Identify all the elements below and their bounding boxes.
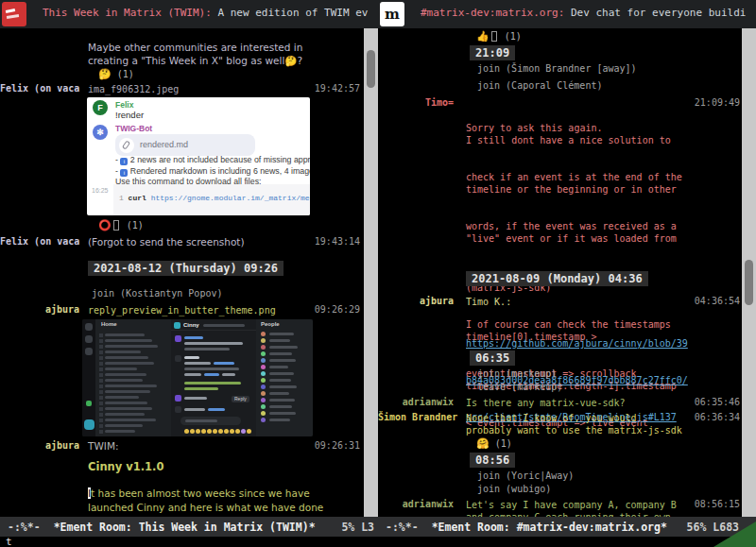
membership-event: join (markeup) [477, 368, 557, 379]
cinny-app-name: Cinny [183, 322, 199, 328]
sender-nick: ajbura [378, 296, 454, 306]
reply-tooltip: Reply [232, 396, 249, 402]
reaction-count: (1) [127, 220, 144, 231]
thumbs-up-emoji-icon: 👍 [476, 30, 490, 43]
mouse-pointer [713, 521, 756, 547]
cinny-chat-area: Cinny Reply [171, 319, 256, 436]
sender-nick: adrianwix [378, 397, 454, 407]
room-name: This Week in Matrix (TWIM): [43, 7, 212, 19]
add-icon [86, 401, 92, 406]
reaction[interactable]: ⭕ (1) [98, 219, 144, 231]
sender-nick: adrianwix [378, 499, 454, 509]
scrollbar-left[interactable] [364, 28, 378, 517]
reaction-count: (1) [505, 31, 522, 42]
time-header: 08:56 [470, 453, 515, 468]
timestamp: 21:09:49 [695, 97, 740, 108]
room-avatar-matrix-dev: m [380, 2, 404, 26]
message-text: creating a "This Week in X" blog as well… [88, 54, 302, 67]
twig-bot-avatar: ✻ [93, 125, 108, 140]
message-text: probably want to use the matrix-js-sdk [466, 424, 682, 436]
membership-event: join (wubigo) [477, 484, 551, 494]
felix-avatar: F [93, 100, 108, 115]
room-list-header: Home [101, 321, 117, 327]
window-matrix-dev: m #matrix-dev:matrix.org: Dev chat for e… [378, 0, 756, 517]
buffer-position: 5% L3 [341, 521, 374, 534]
window-twim: This Week in Matrix (TWIM): A new editio… [0, 0, 378, 517]
paperclip-icon [119, 138, 134, 153]
minibuffer[interactable]: t [0, 537, 756, 547]
modeline-left: -:%*- *Ement Room: This Week in Matrix (… [0, 517, 378, 537]
cinny-sidebar-rail [82, 319, 95, 436]
attachment-pill: rendered.md [115, 134, 255, 156]
room-title-matrix-dev: #matrix-dev:matrix.org: Dev chat for eve… [421, 7, 746, 19]
sender-nick: ajbura [0, 304, 79, 315]
hug-emoji-icon: 🤗 [476, 437, 490, 450]
reaction[interactable]: 🤗 (1) [476, 437, 512, 450]
search-icon [85, 348, 93, 355]
message-text: TWIM: [88, 439, 119, 453]
buffer-name: *Ement Room: This Week in Matrix (TWIM)* [54, 521, 316, 534]
cinny-member-list: People [256, 319, 313, 436]
file-message[interactable]: reply_preview_in_butter_theme.png [88, 304, 276, 316]
membership-event: join (Kostiantyn Popov) [92, 288, 222, 299]
message-text: Maybe other communities are interested i… [88, 41, 302, 54]
sender-nick: Timo= [378, 97, 454, 108]
timestamp: 09:26:29 [315, 304, 360, 315]
room-title-twim: This Week in Matrix (TWIM): A new editio… [43, 7, 368, 19]
thinking-emoji-icon: 🤔 [98, 68, 112, 80]
membership-event: join (Caporal Clément) [477, 80, 602, 91]
emacs-frame: This Week in Matrix (TWIM): A new editio… [0, 0, 756, 547]
room-header-matrix-dev: m #matrix-dev:matrix.org: Dev chat for e… [378, 0, 756, 28]
timestamp: 19:42:57 [315, 83, 360, 94]
date-header: 2021-08-12 (Thursday) 09:26 [88, 261, 284, 276]
reaction[interactable]: 👍 (1) [476, 30, 522, 43]
cinny-logo [174, 322, 180, 329]
person-icon [85, 335, 93, 343]
reaction-count: (1) [495, 438, 512, 449]
message-text: Is there any matrix-vue-sdk? [466, 397, 626, 409]
reaction[interactable]: 🤔 (1) [98, 68, 134, 80]
member-list-header: People [261, 321, 280, 327]
reaction-count: (1) [117, 69, 134, 79]
cinny-room-list: Home [95, 319, 171, 436]
modeline-right: -:%*- *Ement Room: #matrix-dev:matrix.or… [378, 517, 756, 537]
message-text: launched Cinny and here is what we have … [88, 501, 323, 514]
sender-nick: ajbura [0, 440, 79, 451]
cinny-message-input [180, 417, 241, 425]
quote-author: Timo K.: [466, 296, 511, 308]
circle-emoji-icon: ⭕ [98, 219, 112, 231]
attachment-name: rendered.md [140, 140, 188, 149]
time-header: 06:35 [470, 350, 515, 366]
room-topic: A new edition of TWIM ev [212, 7, 369, 19]
file-message[interactable]: ima_f906312.jpeg [88, 83, 179, 95]
cinny-chat-header: Cinny [171, 319, 256, 331]
sender-nick: Felix (on vaca [0, 83, 79, 94]
timestamp: 09:26:31 [315, 440, 360, 451]
message-heading: Cinny v1.1.0 [88, 460, 164, 473]
buffer-name: *Ement Room: #matrix-dev:matrix.org* [432, 521, 667, 534]
embedded-image-cinny-screenshot[interactable]: Home Cinny [82, 319, 313, 436]
embed-code-url: https://gnome.modular.im/_matrix/media/r… [151, 194, 310, 202]
membership-event: join (Yoric|Away) [477, 470, 574, 481]
membership-event: join (Šimon Brandner [away]) [477, 63, 637, 74]
message-text: None that I know of, you would [466, 412, 637, 424]
message-text: Let's say I have company A, company B [466, 499, 677, 511]
room-topic: Dev chat for everyone buildi [564, 7, 746, 19]
scrollbar-thumb[interactable] [745, 260, 753, 305]
embed-timestamp: 16:25 [92, 187, 109, 194]
room-header-twim: This Week in Matrix (TWIM): A new editio… [0, 0, 378, 28]
timestamp: 19:43:14 [315, 236, 360, 247]
embed-bullet-line: - Rendered markdown is including 6 news,… [115, 166, 310, 177]
message-text: (Forgot to send the screenshot) [88, 235, 245, 248]
timestamp: 06:36:34 [695, 412, 740, 422]
home-icon [85, 323, 93, 331]
scrollbar-thumb[interactable] [367, 50, 375, 88]
hollow-cursor [113, 220, 119, 231]
hollow-cursor [491, 31, 497, 42]
time-header: 21:09 [470, 45, 515, 60]
timestamp: 08:56:15 [695, 499, 740, 509]
scrollbar-right[interactable] [742, 28, 756, 517]
embed-sender-name: Felix [115, 100, 133, 110]
embedded-image-element-screenshot[interactable]: F Felix !render ✻ TWIG-Bot rendered.md -… [87, 97, 310, 215]
embed-sender-name: TWIG-Bot [115, 124, 152, 133]
